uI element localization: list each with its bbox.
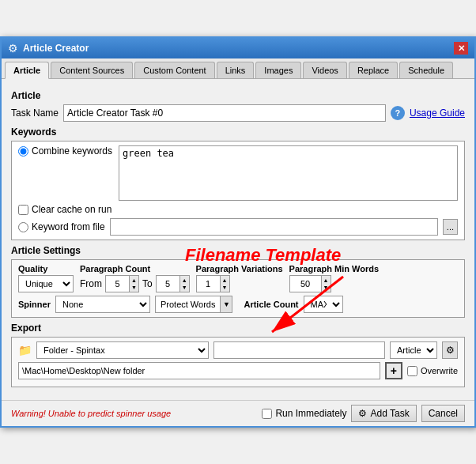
from-spinner: ▲ ▼ xyxy=(105,275,139,292)
tab-links[interactable]: Links xyxy=(217,62,255,78)
cancel-button[interactable]: Cancel xyxy=(421,405,465,422)
keyword-file-radio[interactable]: Keyword from file xyxy=(18,221,105,232)
export-box: 📁 Folder - Spintax Article ⚙ + Overwrite xyxy=(11,337,465,387)
plus-button[interactable]: + xyxy=(385,362,402,379)
combine-keywords-label: Combine keywords xyxy=(32,145,112,157)
from-label: From xyxy=(80,278,102,289)
run-immediately-text: Run Immediately xyxy=(275,408,346,419)
article-settings-container: Article Settings Filename Template Quali… xyxy=(11,245,465,318)
export-path-input[interactable] xyxy=(18,362,380,379)
from-up-btn[interactable]: ▲ xyxy=(130,277,138,284)
protect-words-group: Protect Words ▼ xyxy=(155,296,233,313)
article-type-dropdown[interactable]: Article xyxy=(390,341,437,359)
task-name-label: Task Name xyxy=(11,108,59,119)
from-down-btn[interactable]: ▼ xyxy=(130,284,138,291)
run-immediately-checkbox[interactable] xyxy=(262,409,272,419)
bottom-right: Run Immediately ⚙ Add Task Cancel xyxy=(262,405,465,422)
usage-guide-link[interactable]: Usage Guide xyxy=(410,108,465,119)
keyword-file-row: Keyword from file ... xyxy=(18,218,458,236)
para-var-down-btn[interactable]: ▼ xyxy=(221,284,229,291)
tab-custom-content[interactable]: Custom Content xyxy=(134,62,214,78)
run-immediately-label[interactable]: Run Immediately xyxy=(262,408,346,419)
settings-row-2: Spinner None Protect Words ▼ Article Cou… xyxy=(18,296,458,313)
window-title: Article Creator xyxy=(23,43,89,54)
keyword-file-input[interactable] xyxy=(110,218,438,236)
paragraph-variations-input[interactable] xyxy=(196,275,220,292)
keywords-section-label: Keywords xyxy=(11,126,465,138)
article-count-dropdown[interactable]: MAX xyxy=(304,296,343,313)
paragraph-variations-spinners: ▲ ▼ xyxy=(220,275,230,292)
tab-replace[interactable]: Replace xyxy=(349,62,398,78)
folder-type-dropdown[interactable]: Folder - Spintax xyxy=(36,341,209,359)
article-settings-box: Quality Unique Paragraph Count From xyxy=(11,259,465,318)
paragraph-min-words-col: Paragraph Min Words ▲ ▼ xyxy=(289,264,379,292)
tab-videos[interactable]: Videos xyxy=(303,62,346,78)
export-settings-button[interactable]: ⚙ xyxy=(442,341,458,359)
clear-cache-label: Clear cache on run xyxy=(32,204,111,215)
paragraph-variations-spinner: ▲ ▼ xyxy=(196,275,283,292)
help-button[interactable]: ? xyxy=(391,106,405,120)
main-window: ⚙ Article Creator ✕ Article Content Sour… xyxy=(0,36,476,428)
min-words-up-btn[interactable]: ▲ xyxy=(322,277,331,284)
paragraph-count-label: Paragraph Count xyxy=(80,264,190,273)
add-task-button[interactable]: ⚙ Add Task xyxy=(351,405,416,422)
tab-bar: Article Content Sources Custom Content L… xyxy=(2,58,474,79)
bottom-bar: Warning! Unable to predict spinner usage… xyxy=(2,400,474,426)
tab-content-sources[interactable]: Content Sources xyxy=(51,62,133,78)
paragraph-min-words-input[interactable] xyxy=(289,275,321,292)
clear-cache-checkbox[interactable]: Clear cache on run xyxy=(18,204,458,215)
export-row-1: 📁 Folder - Spintax Article ⚙ xyxy=(18,341,458,359)
quality-label: Quality xyxy=(18,264,74,273)
article-count-label: Article Count xyxy=(244,300,298,309)
tab-schedule[interactable]: Schedule xyxy=(399,62,453,78)
combine-keywords-radio[interactable]: Combine keywords xyxy=(18,145,112,157)
title-bar-left: ⚙ Article Creator xyxy=(8,42,89,55)
quality-col: Quality Unique xyxy=(18,264,74,292)
folder-icon: 📁 xyxy=(18,344,32,356)
min-words-down-btn[interactable]: ▼ xyxy=(322,284,331,291)
export-section-label: Export xyxy=(11,323,465,334)
paragraph-variations-col: Paragraph Variations ▲ ▼ xyxy=(196,264,283,292)
browse-button[interactable]: ... xyxy=(443,219,458,235)
from-input[interactable] xyxy=(105,275,129,292)
to-spinners: ▲ ▼ xyxy=(179,275,190,292)
keyword-file-label: Keyword from file xyxy=(32,221,105,232)
para-var-up-btn[interactable]: ▲ xyxy=(221,277,229,284)
keywords-box: Combine keywords green tea xyxy=(18,145,458,201)
protect-words-dropdown-arrow[interactable]: ▼ xyxy=(220,296,232,313)
task-name-input[interactable] xyxy=(63,104,386,122)
article-section-label: Article xyxy=(11,90,465,101)
to-input[interactable] xyxy=(156,275,179,292)
to-down-btn[interactable]: ▼ xyxy=(180,284,189,291)
protect-words-label: Protect Words xyxy=(155,296,221,313)
clear-cache-input[interactable] xyxy=(18,205,28,215)
warning-text: Warning! Unable to predict spinner usage xyxy=(11,409,171,418)
filename-template-input[interactable] xyxy=(213,341,386,359)
keywords-textarea[interactable]: green tea xyxy=(119,145,458,201)
quality-dropdown-group: Unique xyxy=(18,275,74,292)
add-task-label: Add Task xyxy=(370,408,409,419)
from-spinners: ▲ ▼ xyxy=(129,275,139,292)
main-content: Article Task Name ? Usage Guide Keywords… xyxy=(2,79,474,400)
keyword-file-radio-input[interactable] xyxy=(18,222,28,232)
tab-article[interactable]: Article xyxy=(5,62,49,79)
to-label: To xyxy=(142,278,153,289)
overwrite-checkbox[interactable] xyxy=(407,366,417,376)
paragraph-min-words-spinners: ▲ ▼ xyxy=(321,275,331,292)
export-row-2: + Overwrite xyxy=(18,362,458,379)
paragraph-count-col: Paragraph Count From ▲ ▼ To xyxy=(80,264,190,292)
spinner-dropdown[interactable]: None xyxy=(55,296,150,313)
settings-row-1: Quality Unique Paragraph Count From xyxy=(18,264,458,292)
paragraph-count-group: From ▲ ▼ To xyxy=(80,275,190,292)
add-task-icon: ⚙ xyxy=(358,408,367,419)
keywords-left: Combine keywords xyxy=(18,145,112,201)
quality-dropdown[interactable]: Unique xyxy=(18,275,74,292)
to-spinner: ▲ ▼ xyxy=(156,275,190,292)
app-icon: ⚙ xyxy=(8,42,18,55)
tab-images[interactable]: Images xyxy=(255,62,301,78)
overwrite-label[interactable]: Overwrite xyxy=(407,366,458,376)
combine-keywords-radio-input[interactable] xyxy=(18,146,28,157)
title-bar: ⚙ Article Creator ✕ xyxy=(2,38,474,58)
close-button[interactable]: ✕ xyxy=(454,42,468,55)
to-up-btn[interactable]: ▲ xyxy=(180,277,189,284)
